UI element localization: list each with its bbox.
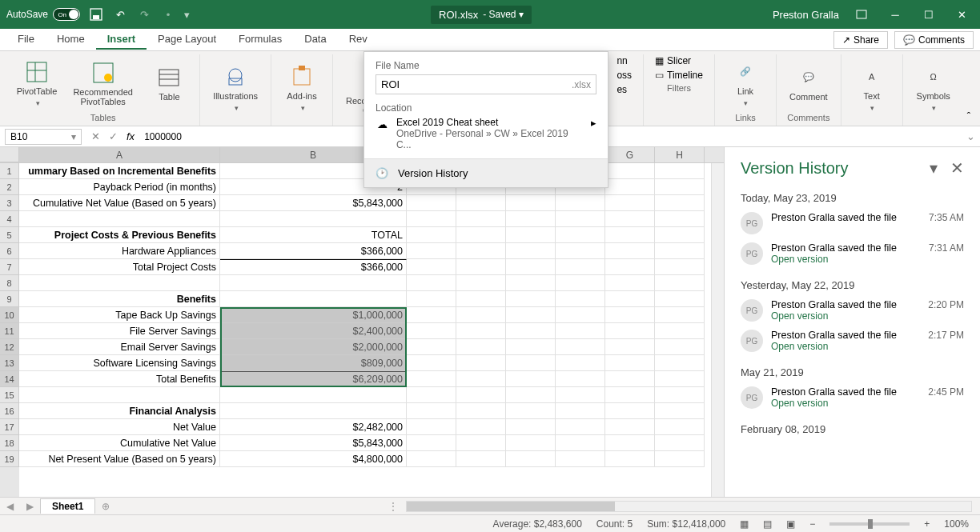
column-header[interactable]: A	[19, 147, 220, 162]
cell[interactable]	[407, 451, 456, 467]
row-header[interactable]: 15	[0, 387, 19, 403]
comments-button[interactable]: 💬 Comments	[894, 31, 974, 49]
cell[interactable]	[605, 259, 655, 275]
cell[interactable]	[506, 355, 556, 371]
cell[interactable]	[655, 371, 705, 387]
autosave-control[interactable]: AutoSave On	[6, 8, 80, 21]
cell[interactable]	[456, 211, 506, 227]
version-entry[interactable]: PGPreston Gralla saved the file7:35 AM	[741, 212, 964, 234]
cell[interactable]: Hardware Appliances	[19, 243, 220, 259]
cell[interactable]	[407, 419, 456, 435]
addins-button[interactable]: Add-ins	[279, 54, 324, 121]
cell[interactable]	[605, 323, 655, 339]
cell[interactable]: Payback Period (in months)	[19, 179, 220, 195]
tab-data[interactable]: Data	[293, 30, 337, 50]
cell[interactable]	[556, 371, 605, 387]
cell[interactable]	[456, 451, 506, 467]
cell[interactable]	[655, 339, 705, 355]
cell[interactable]	[605, 355, 655, 371]
open-version-link[interactable]: Open version	[771, 398, 920, 409]
sheet-nav-right[interactable]: ▶	[20, 501, 40, 512]
ribbon-display-icon[interactable]	[850, 5, 873, 24]
open-version-link[interactable]: Open version	[771, 341, 920, 352]
cell[interactable]	[506, 387, 556, 403]
cell[interactable]	[556, 451, 605, 467]
row-header[interactable]: 19	[0, 451, 19, 467]
cell[interactable]	[655, 211, 705, 227]
name-box[interactable]: B10▾	[5, 129, 82, 145]
minimize-button[interactable]: ─	[884, 5, 906, 24]
cell[interactable]	[220, 291, 407, 307]
cell[interactable]	[407, 371, 456, 387]
cell[interactable]	[605, 403, 655, 419]
cell[interactable]	[506, 435, 556, 451]
cell[interactable]: Software Licensing Savings	[19, 355, 220, 371]
cell[interactable]	[605, 371, 655, 387]
panel-close-icon[interactable]: ✕	[950, 158, 964, 178]
version-entry[interactable]: PGPreston Gralla saved the fileOpen vers…	[741, 330, 964, 352]
row-header[interactable]: 2	[0, 179, 19, 195]
cell[interactable]	[655, 179, 705, 195]
cell[interactable]	[556, 355, 605, 371]
cell[interactable]	[655, 435, 705, 451]
row-header[interactable]: 9	[0, 291, 19, 307]
cell[interactable]	[407, 323, 456, 339]
cell[interactable]	[220, 403, 407, 419]
cell[interactable]: $2,000,000	[220, 339, 407, 355]
tab-file[interactable]: File	[6, 30, 46, 50]
cell[interactable]: $809,000	[220, 355, 407, 371]
cell[interactable]: TOTAL	[220, 227, 407, 243]
row-header[interactable]: 7	[0, 259, 19, 275]
cell[interactable]	[407, 307, 456, 323]
cell[interactable]	[605, 227, 655, 243]
cell[interactable]	[655, 243, 705, 259]
cell[interactable]	[456, 227, 506, 243]
tab-page-layout[interactable]: Page Layout	[147, 30, 227, 50]
cell[interactable]	[220, 387, 407, 403]
cell[interactable]	[407, 403, 456, 419]
column-header[interactable]: H	[655, 147, 705, 162]
cell[interactable]	[506, 227, 556, 243]
cell[interactable]: Net Value	[19, 419, 220, 435]
zoom-out-icon[interactable]: −	[809, 518, 815, 530]
redo-icon[interactable]: ↷	[136, 6, 152, 22]
cell[interactable]	[655, 387, 705, 403]
share-button[interactable]: ↗ Share	[833, 31, 888, 49]
cell[interactable]	[407, 355, 456, 371]
cell[interactable]	[506, 371, 556, 387]
fx-icon[interactable]: fx	[122, 130, 139, 142]
slicer-button[interactable]: ▦ Slicer	[652, 54, 706, 67]
cell[interactable]	[605, 435, 655, 451]
version-entry[interactable]: PGPreston Gralla saved the fileOpen vers…	[741, 386, 964, 409]
cell[interactable]	[19, 275, 220, 291]
open-version-link[interactable]: Open version	[771, 254, 921, 265]
qa-more-icon[interactable]: •	[160, 6, 176, 22]
cell[interactable]	[605, 275, 655, 291]
cell[interactable]	[556, 307, 605, 323]
cell[interactable]	[605, 387, 655, 403]
cell[interactable]	[506, 259, 556, 275]
cell[interactable]	[556, 211, 605, 227]
cell[interactable]	[506, 419, 556, 435]
cell[interactable]	[655, 451, 705, 467]
cell[interactable]	[556, 275, 605, 291]
row-header[interactable]: 4	[0, 211, 19, 227]
version-history-menu-item[interactable]: 🕑 Version History	[364, 158, 608, 187]
cell[interactable]	[556, 243, 605, 259]
cancel-formula-icon[interactable]: ✕	[86, 130, 104, 142]
cell[interactable]: $5,843,000	[220, 435, 407, 451]
cell[interactable]	[506, 211, 556, 227]
cell[interactable]: Benefits	[19, 291, 220, 307]
cell[interactable]	[506, 243, 556, 259]
cell[interactable]: Cumulative Net Value (Based on 5 years)	[19, 195, 220, 211]
sheet-nav-left[interactable]: ◀	[0, 501, 20, 512]
cell[interactable]	[456, 323, 506, 339]
es-trunc[interactable]: es	[613, 83, 635, 96]
cell[interactable]	[556, 387, 605, 403]
cell[interactable]: Email Server Savings	[19, 339, 220, 355]
row-header[interactable]: 17	[0, 419, 19, 435]
cell[interactable]	[19, 387, 220, 403]
cell[interactable]: File Server Savings	[19, 323, 220, 339]
maximize-button[interactable]: ☐	[918, 5, 940, 24]
version-entry[interactable]: PGPreston Gralla saved the fileOpen vers…	[741, 299, 964, 322]
